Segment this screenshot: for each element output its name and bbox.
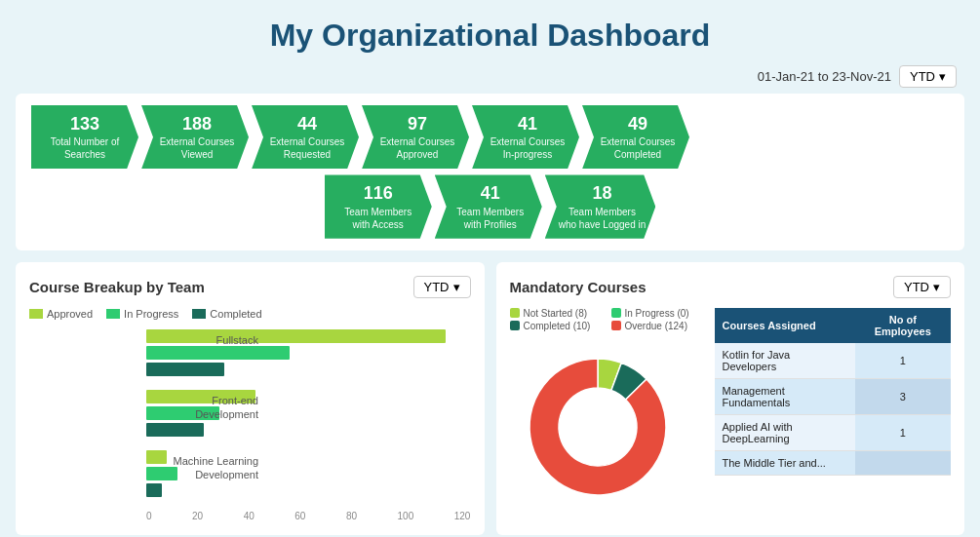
chevron-down-icon: ▾ (939, 69, 946, 84)
col-header-course: Courses Assigned (715, 308, 855, 343)
table-row: The Middle Tier and... (715, 450, 952, 475)
ytd-dropdown[interactable]: YTD ▾ (899, 65, 957, 88)
stat-item-3: 97External CoursesApproved (362, 105, 469, 169)
bar-label: Front-endDevelopment (146, 394, 258, 422)
table-row: Management Fundamentals3 (715, 378, 952, 414)
course-name: Kotlin for Java Developers (715, 343, 855, 379)
course-breakup-panel: Course Breakup by Team YTD ▾ ApprovedIn … (16, 262, 485, 535)
stat-item-0: 133Total Number ofSearches (31, 105, 138, 169)
bar-label: Fullstack (146, 333, 258, 347)
employee-count: 1 (855, 343, 951, 379)
stats-row-2-wrapper: 116Team Memberswith Access41Team Members… (31, 174, 949, 238)
date-filter-row: 01-Jan-21 to 23-Nov-21 YTD ▾ (0, 65, 980, 94)
chevron-down-icon: ▾ (933, 280, 940, 294)
stat-item-2: 44External CoursesRequested (252, 105, 359, 169)
mandatory-ytd-dropdown[interactable]: YTD ▾ (893, 276, 951, 298)
donut-legend: Not Started (8)In Progress (0)Completed … (510, 308, 705, 331)
course-name: Management Fundamentals (715, 378, 855, 414)
page-title: My Organizational Dashboard (0, 0, 980, 65)
stat-item-5: 49External CoursesCompleted (582, 105, 689, 169)
course-name: Applied AI with DeepLearning (715, 414, 855, 450)
donut-legend-item: Completed (10) (510, 321, 604, 331)
donut-section: Not Started (8)In Progress (0)Completed … (510, 308, 705, 518)
legend-item: In Progress (106, 308, 178, 320)
bar-group: Fullstack (146, 329, 471, 376)
mandatory-inner: Not Started (8)In Progress (0)Completed … (510, 308, 952, 518)
bottom-panels: Course Breakup by Team YTD ▾ ApprovedIn … (16, 262, 964, 535)
stat-item-1: 188External CoursesViewed (141, 105, 249, 169)
legend-item: Approved (29, 308, 93, 320)
donut-chart (510, 339, 686, 515)
courses-table: Courses Assigned No of Employees Kotlin … (715, 308, 952, 476)
bar-label: Machine LearningDevelopment (146, 454, 258, 482)
donut-legend-item: In Progress (0) (611, 308, 705, 319)
courses-table-body: Kotlin for Java Developers1Management Fu… (715, 343, 952, 476)
donut-legend-item: Overdue (124) (611, 321, 705, 331)
chevron-down-icon: ▾ (453, 280, 460, 294)
stat-item-r2-0: 116Team Memberswith Access (325, 174, 432, 238)
employee-count (855, 450, 951, 475)
mandatory-courses-panel: Mandatory Courses YTD ▾ Not Started (8)I… (496, 262, 965, 535)
donut-center (561, 390, 635, 464)
employee-count: 3 (855, 378, 951, 414)
axis-labels: 020406080100120 (146, 511, 471, 521)
course-breakup-header: Course Breakup by Team YTD ▾ (29, 276, 471, 298)
chart-legend: ApprovedIn ProgressCompleted (29, 308, 471, 320)
col-header-employees: No of Employees (855, 308, 951, 343)
stat-item-r2-2: 18Team Memberswho have Logged in (545, 174, 656, 238)
bar-chart: FullstackFront-endDevelopmentMachine Lea… (29, 329, 471, 521)
legend-item: Completed (192, 308, 261, 320)
stat-item-r2-1: 41Team Memberswith Profiles (435, 174, 542, 238)
employee-count: 1 (855, 414, 951, 450)
mandatory-courses-header: Mandatory Courses YTD ▾ (510, 276, 952, 298)
table-row: Applied AI with DeepLearning1 (715, 414, 952, 450)
course-breakup-ytd-dropdown[interactable]: YTD ▾ (413, 276, 471, 298)
course-breakup-title: Course Breakup by Team (29, 279, 205, 295)
date-range-label: 01-Jan-21 to 23-Nov-21 (758, 69, 891, 84)
bar-group: Machine LearningDevelopment (146, 450, 471, 497)
stats-row-1: 133Total Number ofSearches188External Co… (31, 105, 949, 169)
mandatory-courses-title: Mandatory Courses (510, 279, 647, 295)
courses-table-section: Courses Assigned No of Employees Kotlin … (715, 308, 952, 518)
course-name: The Middle Tier and... (715, 450, 855, 475)
donut-legend-item: Not Started (8) (510, 308, 604, 319)
stats-row-2: 116Team Memberswith Access41Team Members… (325, 174, 656, 238)
table-row: Kotlin for Java Developers1 (715, 343, 952, 379)
stats-section: 133Total Number ofSearches188External Co… (16, 94, 964, 250)
bar-group: Front-endDevelopment (146, 390, 471, 437)
stat-item-4: 41External CoursesIn-progress (472, 105, 579, 169)
